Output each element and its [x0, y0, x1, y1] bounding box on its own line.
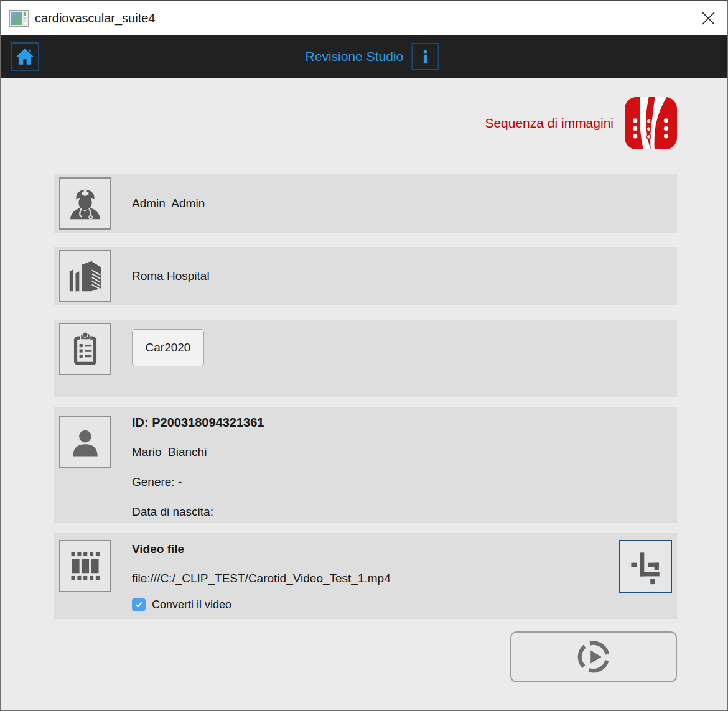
window-title: cardiovascular_suite4 — [35, 11, 155, 26]
doctor-icon — [66, 184, 105, 223]
sequence-banner-label: Sequenza di immagini — [485, 116, 614, 131]
operator-name: Admin Admin — [132, 174, 677, 233]
video-path: file:///C:/_CLIP_TEST/Carotid_Video_Test… — [132, 571, 677, 586]
convert-video-row: Converti il video — [132, 598, 677, 611]
close-icon — [701, 11, 716, 26]
hospital-row: Roma Hospital — [54, 247, 677, 305]
artery-sequence-icon[interactable] — [625, 97, 677, 149]
check-icon — [134, 600, 144, 610]
study-row: Car2020 — [54, 320, 677, 397]
video-row: Video file file:///C:/_CLIP_TEST/Carotid… — [54, 533, 677, 619]
content: Sequenza di immagini — [1, 78, 727, 710]
patient-row: ID: P200318094321361 Mario Bianchi Gener… — [54, 407, 677, 523]
sequence-banner: Sequenza di immagini — [485, 97, 677, 149]
video-iconbox — [59, 540, 111, 592]
study-code-field[interactable]: Car2020 — [132, 329, 204, 366]
info-icon — [417, 49, 433, 65]
titlebar: cardiovascular_suite4 — [1, 1, 727, 35]
crop-icon — [628, 549, 664, 585]
hospital-icon — [66, 257, 105, 295]
home-icon — [15, 47, 35, 67]
play-button[interactable] — [510, 631, 677, 682]
convert-video-label: Converti il video — [152, 598, 231, 611]
home-button[interactable] — [11, 42, 39, 71]
page-title: Revisione Studio — [306, 49, 404, 64]
hospital-iconbox — [59, 250, 111, 302]
video-details: Video file file:///C:/_CLIP_TEST/Carotid… — [132, 533, 677, 611]
appbar-center: Revisione Studio — [306, 35, 439, 78]
info-button[interactable] — [411, 43, 439, 70]
patient-details: ID: P200318094321361 Mario Bianchi Gener… — [132, 407, 677, 519]
patient-icon — [67, 423, 104, 460]
patient-gender: Genere: - — [132, 475, 677, 490]
filmstrip-icon — [67, 547, 104, 585]
operator-row: Admin Admin — [54, 174, 677, 233]
clipboard-icon — [67, 330, 104, 368]
patient-name: Mario Bianchi — [132, 445, 677, 460]
app-window: cardiovascular_suite4 Revisione Studio — [0, 0, 728, 711]
appbar: Revisione Studio — [1, 35, 727, 78]
operator-iconbox — [59, 177, 111, 230]
patient-id: ID: P200318094321361 — [132, 415, 677, 430]
crop-button[interactable] — [619, 540, 672, 593]
hospital-name: Roma Hospital — [132, 247, 677, 305]
patient-birthdate: Data di nascita: — [132, 504, 677, 519]
app-icon — [9, 10, 29, 27]
patient-iconbox — [59, 416, 111, 468]
play-icon — [574, 638, 613, 676]
close-button[interactable] — [689, 1, 727, 35]
convert-video-checkbox[interactable] — [132, 598, 146, 611]
study-iconbox — [59, 323, 111, 375]
video-title: Video file — [132, 542, 677, 557]
